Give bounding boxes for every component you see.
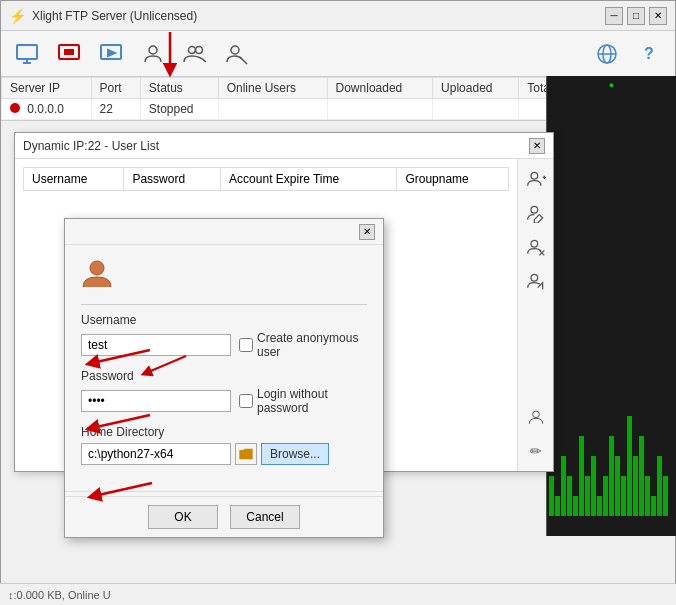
cell-uploaded [433,99,519,120]
password-row: Password Login without password [81,369,367,415]
delete-user-btn[interactable] [522,233,550,261]
status-bar: ↕:0.000 KB, Online U [0,583,676,605]
cancel-btn[interactable]: Cancel [230,505,300,529]
main-window: ⚡ Xlight FTP Server (Unlicensed) ─ □ ✕ [0,0,676,605]
password-input[interactable] [81,390,231,412]
col-status: Status [140,78,218,99]
login-without-checkbox[interactable] [239,394,253,408]
svg-point-10 [231,46,239,54]
cell-ip: 0.0.0.0 [2,99,92,120]
username-inline: Create anonymous user [81,331,367,359]
cell-downloaded [327,99,433,120]
user-col-username: Username [24,168,124,191]
minimize-btn[interactable]: ─ [605,7,623,25]
graph-bars [547,316,676,516]
svg-point-9 [196,46,203,53]
status-text: ↕:0.000 KB, Online U [8,589,111,601]
svg-rect-4 [65,50,73,54]
user-list-close-btn[interactable]: ✕ [529,138,545,154]
edit-user-btn[interactable] [522,199,550,227]
help-btn[interactable]: ? [631,36,667,72]
graph-label: ● [547,76,676,94]
status-indicator [10,103,20,113]
ok-btn[interactable]: OK [148,505,218,529]
create-anon-checkbox[interactable] [239,338,253,352]
folder-icon [238,447,254,461]
home-dir-inline: Browse... [81,443,367,465]
username-input[interactable] [81,334,231,356]
server-settings-btn[interactable] [9,36,45,72]
edit-dialog-footer: OK Cancel [65,496,383,537]
title-bar: ⚡ Xlight FTP Server (Unlicensed) ─ □ ✕ [1,1,675,31]
user-col-password: Password [124,168,221,191]
password-inline: Login without password [81,387,367,415]
user-list-titlebar: Dynamic IP:22 - User List ✕ [15,133,553,159]
svg-point-7 [149,46,157,54]
user-list-btn[interactable] [135,36,171,72]
toolbar: ? [1,31,675,77]
add-user-btn[interactable] [522,165,550,193]
user-col-expire: Account Expire Time [221,168,397,191]
pencil-edit-btn[interactable]: ✏ [522,437,550,465]
close-btn[interactable]: ✕ [649,7,667,25]
user-avatar-icon [81,257,113,289]
edit-dialog-close-btn[interactable]: ✕ [359,224,375,240]
user-col-group: Groupname [397,168,509,191]
edit-user-dialog: ✕ Username Create anonymous user [64,218,384,538]
login-without-label: Login without password [239,387,328,415]
folder-icon-btn[interactable] [235,443,257,465]
password-label: Password [81,369,367,383]
graph-area: ● [546,76,676,536]
start-server-btn[interactable] [93,36,129,72]
svg-point-19 [531,240,538,247]
svg-point-22 [531,274,538,281]
title-bar-left: ⚡ Xlight FTP Server (Unlicensed) [9,8,197,24]
col-uploaded: Uploaded [433,78,519,99]
toolbar-left [9,36,255,72]
user-edit-bottom-btn[interactable] [522,403,550,431]
group-list-btn[interactable] [177,36,213,72]
col-port: Port [91,78,140,99]
col-server-ip: Server IP [2,78,92,99]
dialog-bottom-divider [65,491,383,492]
maximize-btn[interactable]: □ [627,7,645,25]
web-btn[interactable] [589,36,625,72]
user-dialog-sidebar: ✏ [517,159,553,471]
username-row: Username Create anonymous user [81,313,367,359]
window-title: Xlight FTP Server (Unlicensed) [32,9,197,23]
col-downloaded: Downloaded [327,78,433,99]
edit-dialog-body: Username Create anonymous user P [65,245,383,487]
cell-status: Stopped [140,99,218,120]
browse-btn[interactable]: Browse... [261,443,329,465]
title-controls: ─ □ ✕ [605,7,667,25]
svg-rect-0 [17,45,37,59]
svg-line-11 [240,57,247,64]
col-online-users: Online Users [218,78,327,99]
stop-server-btn[interactable] [51,36,87,72]
user-avatar-area [81,257,367,292]
svg-point-23 [532,411,539,418]
home-dir-row: Home Directory Browse... [81,425,367,465]
user-list-title: Dynamic IP:22 - User List [23,139,159,153]
edit-dialog-titlebar: ✕ [65,219,383,245]
import-user-btn[interactable] [522,267,550,295]
app-icon: ⚡ [9,8,26,24]
divider1 [81,304,367,305]
username-label: Username [81,313,367,327]
svg-point-15 [531,172,538,179]
home-dir-input[interactable] [81,443,231,465]
cell-port: 22 [91,99,140,120]
cell-online-users [218,99,327,120]
create-anon-label: Create anonymous user [239,331,358,359]
home-dir-label: Home Directory [81,425,367,439]
user-table: Username Password Account Expire Time Gr… [23,167,509,191]
svg-marker-6 [108,50,115,56]
search-user-btn[interactable] [219,36,255,72]
svg-point-8 [189,46,196,53]
svg-point-18 [531,206,538,213]
svg-point-24 [90,261,104,275]
toolbar-right: ? [589,36,667,72]
